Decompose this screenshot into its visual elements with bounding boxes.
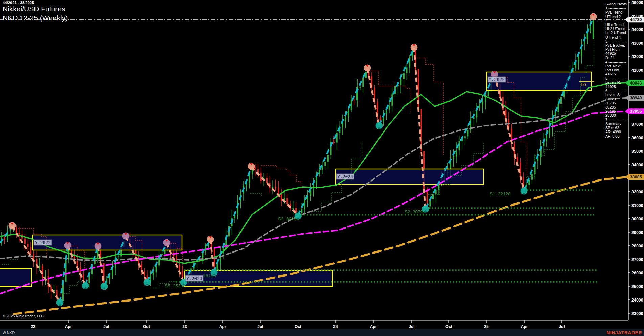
y-axis-label: 46000: [631, 0, 643, 5]
x-axis-label: Apr: [65, 324, 72, 329]
y-axis-label: 44000: [631, 27, 643, 32]
price-tag-value: 33085: [630, 175, 642, 179]
y-axis-label: 24000: [631, 298, 643, 303]
x-axis-label: Apr: [370, 324, 377, 329]
y-axis-label: 37000: [631, 122, 643, 127]
y-axis-label: 31000: [631, 203, 643, 208]
x-axis-label: Apr: [521, 324, 528, 329]
year-box: [0, 269, 31, 286]
panel-line: 25330: [605, 113, 629, 117]
panel-line: Pvt. Evolve:: [605, 43, 629, 47]
x-axis-label: Jul: [409, 324, 414, 329]
panel-line: 30795: [605, 101, 629, 105]
level-label-S1: S1: 32120: [490, 191, 511, 196]
year-box-label: Y:2024: [337, 174, 353, 179]
swing-up-line: [298, 69, 367, 215]
x-axis-label: Apr: [219, 324, 226, 329]
panel-line: 6.--------------: [605, 89, 629, 93]
panel-line: Pvt Low: [605, 68, 629, 72]
swing-down-line: [251, 167, 298, 215]
price-tag-value: 38940: [630, 96, 642, 100]
panel-line: 26195: [605, 109, 629, 113]
ninjatrader-chart-window: S1: 32120S2: 30795S3: 3028526195S5: 2533…: [0, 0, 644, 336]
y-axis-label: 41000: [631, 68, 643, 73]
panel-line: 2.--------------: [605, 19, 629, 23]
panel-line: UTrend 4: [605, 35, 629, 39]
f0-label: F0: [581, 82, 586, 87]
panel-line: 41615: [605, 72, 629, 76]
x-axis-label: Jul: [257, 324, 263, 329]
swing-pivots-panel: Swing Pivots1.--------------Pvt. Trend:U…: [605, 2, 629, 138]
panel-line: D: 24: [605, 56, 629, 60]
panel-line: Pvt. Next:: [605, 64, 629, 68]
panel-line: 7.--------------: [605, 118, 629, 122]
price-tag-value: 37955: [630, 109, 642, 114]
y-axis-label: 25000: [631, 284, 643, 289]
panel-line: UTrend 2: [605, 15, 629, 19]
y-axis-label: 35000: [631, 149, 643, 154]
panel-line: 32120: [605, 97, 629, 101]
x-axis-label: 23: [182, 324, 187, 329]
panel-line: 4.--------------: [605, 60, 629, 64]
panel-line: 30285: [605, 105, 629, 109]
panel-line: Levels R:: [605, 80, 629, 85]
y-axis-label: 34000: [631, 163, 643, 167]
tab-w-nkd[interactable]: W NKD: [3, 331, 15, 335]
year-box-label: Y:2022: [35, 240, 51, 245]
x-axis-label: 24: [333, 324, 338, 329]
year-box-label: Y:2025: [489, 77, 505, 82]
panel-line: HiLo Trend:: [605, 23, 629, 27]
y-axis-label: 43000: [631, 41, 643, 46]
x-axis-label: Oct: [295, 324, 301, 329]
year-box: [33, 235, 182, 250]
x-axis-label: Oct: [445, 324, 452, 329]
y-axis-label: 36000: [631, 136, 643, 140]
swing-down-line: [68, 246, 85, 285]
panel-line: 3.--------------: [605, 39, 629, 43]
price-tag-value: 40043: [630, 81, 642, 86]
ma-slow: [0, 111, 628, 294]
pivot-dots: [9, 13, 597, 306]
y-axis-label: 30000: [631, 217, 643, 221]
panel-line: 44925: [605, 51, 629, 55]
year-box-label: Y:2023: [186, 276, 202, 281]
swing-up-line: [524, 17, 593, 190]
panel-line: Pvt High: [605, 47, 629, 51]
x-axis-label: Jul: [103, 324, 109, 329]
x-axis-label: Oct: [143, 324, 150, 329]
price-tag-value: 44730: [630, 17, 642, 22]
swing-down-line: [495, 75, 524, 190]
ninjatrader-logo: NINJATRADER: [606, 330, 642, 335]
price-chart-canvas[interactable]: S1: 32120S2: 30795S3: 3028526195S5: 2533…: [0, 0, 644, 336]
panel-line: AF: 8.00: [605, 134, 629, 138]
panel-line: Levels S:: [605, 93, 629, 97]
panel-line: Pvt. Trend:: [605, 10, 629, 14]
panel-line: Hi:2 UTrend: [605, 27, 629, 31]
y-axis-label: 26000: [631, 271, 643, 275]
x-axis-label: 25: [484, 324, 489, 329]
copyright-label: © 2025 NinjaTrader, LLC: [3, 314, 44, 318]
swing-up-line: [85, 247, 98, 285]
y-axis-label: 27000: [631, 257, 643, 262]
y-axis-label: 23000: [631, 311, 643, 316]
candlestick-bars: [1, 17, 594, 305]
x-axis-label: Jul: [559, 324, 565, 329]
swing-zigzag-lines: [0, 17, 593, 302]
panel-line: 44925: [605, 85, 629, 89]
swing-up-line: [379, 48, 414, 125]
y-axis-label: 32000: [631, 190, 643, 194]
panel-line: SP's: 62: [605, 126, 629, 130]
y-axis-label: 42000: [631, 54, 643, 59]
panel-line: Lo:2 UTrend: [605, 31, 629, 35]
panel-line: Summary: [605, 122, 629, 126]
panel-line: Swing Pivots: [605, 2, 629, 6]
y-axis-label: 29000: [631, 230, 643, 235]
panel-line: AR: 4090: [605, 130, 629, 134]
panel-line: 1.--------------: [605, 6, 629, 10]
chart-tab-bar: W NKD NINJATRADER: [0, 329, 644, 336]
x-axis-label: 22: [31, 324, 36, 329]
panel-line: 5.--------------: [605, 76, 629, 80]
y-axis-label: 28000: [631, 244, 643, 248]
